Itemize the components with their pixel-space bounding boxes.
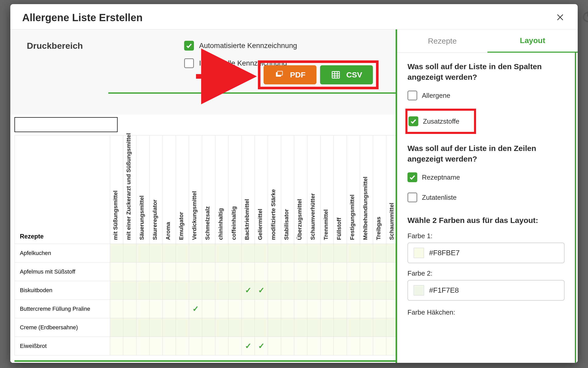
column-header-label: Säureregulator — [152, 200, 158, 240]
sidebar-content: Was soll auf der Liste in den Spalten an… — [397, 53, 576, 363]
close-icon — [556, 13, 564, 21]
export-csv-button[interactable]: CSV — [320, 65, 373, 84]
column-header-label: Treibgas — [375, 217, 382, 240]
allergen-cell — [294, 300, 307, 318]
allergen-cell — [123, 262, 136, 281]
allergen-cell — [255, 262, 268, 281]
column-header: Trennmittel — [321, 135, 334, 244]
allergen-cell — [202, 281, 215, 300]
tab-layout[interactable]: Layout — [487, 29, 578, 53]
allergen-cell — [281, 337, 294, 355]
rezeptname-checkbox[interactable] — [407, 172, 417, 182]
allergen-cell — [242, 244, 255, 262]
allergen-cell — [150, 337, 163, 355]
recipe-name-cell: Creme (Erdbeersahne) — [15, 318, 110, 337]
allergen-cell — [373, 300, 386, 318]
allergen-cell — [255, 244, 268, 262]
allergen-cell — [360, 262, 373, 281]
column-header: Überzugsmittel — [294, 135, 307, 244]
allergen-cell: ✓ — [255, 281, 268, 300]
column-header-label: Backtriebmittel — [244, 199, 250, 240]
allergen-cell: ✓ — [242, 281, 255, 300]
csv-label: CSV — [346, 70, 362, 79]
allergen-cell — [110, 262, 123, 281]
recipe-column-header: Rezepte — [15, 135, 110, 244]
individual-labeling-checkbox[interactable] — [184, 58, 194, 68]
column-header-label: coffeinhaltig — [231, 206, 237, 240]
color1-group: Farbe 1: #F8FBE7 — [407, 232, 565, 263]
table-row: Apfelkuchen — [15, 244, 396, 262]
allergen-cell — [176, 262, 189, 281]
table-row: Eiweißbrot✓✓ — [15, 337, 396, 355]
allergen-cell — [150, 318, 163, 337]
column-header-label: Mehlbehandlungsmittel — [362, 177, 369, 240]
table-wrap: Rezeptemit Süßungsmittelmit einer Zucker… — [10, 115, 396, 363]
allergen-cell — [294, 318, 307, 337]
allergen-cell — [228, 318, 242, 337]
modal-title: Allergene Liste Erstellen — [22, 12, 143, 23]
allergen-cell — [334, 300, 347, 318]
option-rezeptname: Rezeptname — [407, 170, 565, 184]
color1-swatch — [414, 248, 424, 258]
allergene-checkbox[interactable] — [407, 91, 417, 100]
zutatenliste-label: Zutatenliste — [422, 194, 456, 202]
allergen-cell — [307, 318, 321, 337]
allergen-cell — [373, 281, 386, 300]
power-icon — [581, 10, 588, 23]
color2-swatch — [414, 285, 424, 295]
allergen-cell — [255, 318, 268, 337]
pdf-icon — [275, 70, 284, 79]
tab-rezepte[interactable]: Rezepte — [397, 29, 487, 53]
close-button[interactable] — [554, 12, 566, 23]
zusatzstoffe-checkbox[interactable] — [409, 116, 418, 126]
color1-input[interactable]: #F8FBE7 — [407, 243, 565, 263]
rezeptname-label: Rezeptname — [422, 173, 460, 181]
allergen-cell — [373, 262, 386, 281]
allergen-cell — [110, 318, 123, 337]
allergen-cell — [347, 244, 360, 262]
allergen-cell — [110, 281, 123, 300]
allergen-cell — [163, 337, 176, 355]
allergen-cell — [360, 281, 373, 300]
column-header-label: Verdickungsmittel — [191, 191, 198, 240]
allergen-cell — [268, 337, 281, 355]
column-header-label: mit Süßungsmittel — [112, 190, 119, 240]
recipe-filter-input[interactable] — [14, 117, 118, 132]
allergen-cell — [373, 337, 386, 355]
color2-input[interactable]: #F1F7E8 — [407, 280, 565, 301]
auto-labeling-checkbox[interactable] — [184, 41, 194, 51]
allergen-cell — [228, 337, 242, 355]
column-header: Stabilisator — [281, 135, 294, 244]
allergen-cell — [150, 262, 163, 281]
color2-value: #F1F7E8 — [429, 286, 459, 294]
allergen-cell — [268, 300, 281, 318]
allergen-cell — [334, 244, 347, 262]
column-header-label: Geliermittel — [257, 209, 264, 240]
column-header: Festigungsmittel — [347, 135, 360, 244]
column-header-label: Überzugsmittel — [296, 199, 303, 240]
allergen-cell — [307, 244, 321, 262]
allergen-cell — [242, 318, 255, 337]
allergen-cell — [176, 300, 189, 318]
allergen-cell — [373, 318, 386, 337]
allergen-cell — [123, 318, 136, 337]
allergen-cell — [347, 281, 360, 300]
color2-label: Farbe 2: — [407, 269, 565, 277]
allergen-cell — [176, 281, 189, 300]
column-header: modifizierte Stärke — [268, 135, 281, 244]
color2-group: Farbe 2: #F1F7E8 — [407, 269, 565, 301]
export-pdf-button[interactable]: PDF — [264, 65, 316, 84]
recipe-name-cell: Apfelkuchen — [15, 244, 110, 262]
zusatzstoffe-highlight: Zusatzstoffe — [405, 109, 476, 134]
column-header: chininhaltig — [215, 135, 228, 244]
column-header: mit einer Zuckerarzt und Süßungsmittel — [123, 135, 136, 244]
allergen-cell — [163, 300, 176, 318]
color1-value: #F8FBE7 — [429, 249, 460, 257]
recipe-name-cell: Apfelmus mit Süßstoff — [15, 262, 110, 281]
table-row: Apfelmus mit Süßstoff — [15, 262, 396, 281]
allergen-cell — [386, 337, 396, 355]
zutatenliste-checkbox[interactable] — [407, 193, 417, 202]
allergen-cell — [347, 337, 360, 355]
table-row: Creme (Erdbeersahne) — [15, 318, 396, 337]
allergen-cell — [136, 281, 150, 300]
